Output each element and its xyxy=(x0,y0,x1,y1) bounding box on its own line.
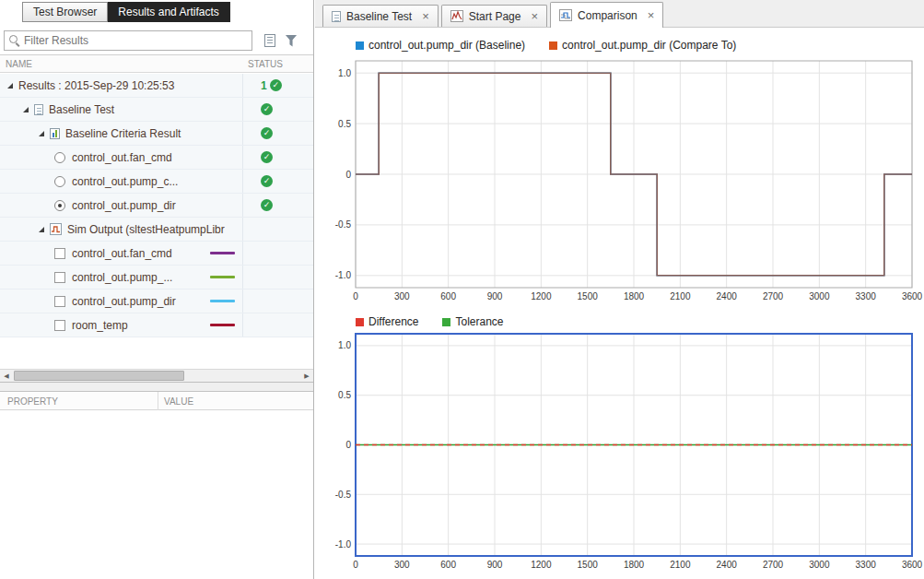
tree-row-name-cell: control_out.pump_dir xyxy=(0,194,242,217)
tree-row-name-cell: control_out.fan_cmd xyxy=(0,146,242,169)
tree-row-name-cell: room_temp xyxy=(0,313,242,337)
svg-text:3600: 3600 xyxy=(902,291,923,301)
scrollbar-thumb[interactable] xyxy=(14,371,184,381)
checkbox[interactable] xyxy=(54,320,65,331)
svg-text:2700: 2700 xyxy=(763,560,784,570)
radio-button[interactable] xyxy=(54,200,65,211)
tree-row[interactable]: Baseline Test✓ xyxy=(0,98,313,122)
svg-text:600: 600 xyxy=(440,291,456,301)
svg-text:0: 0 xyxy=(345,440,351,450)
tree-row[interactable]: control_out.pump_dir✓ xyxy=(0,194,313,218)
svg-text:0: 0 xyxy=(353,291,358,301)
tab-label: Start Page xyxy=(469,10,521,23)
svg-text:0: 0 xyxy=(353,560,358,570)
filter-results-input[interactable] xyxy=(20,34,251,47)
svg-text:1800: 1800 xyxy=(624,291,645,301)
scroll-right-icon[interactable]: ▶ xyxy=(300,370,313,382)
report-icon[interactable] xyxy=(262,32,278,49)
tree-row[interactable]: Results : 2015-Sep-29 10:25:531✓ xyxy=(0,74,313,98)
difference-chart[interactable]: 0300600900120015001800210024002700300033… xyxy=(315,325,924,579)
tab-test-browser[interactable]: Test Browser xyxy=(22,2,108,22)
svg-text:3300: 3300 xyxy=(856,291,877,301)
svg-text:2100: 2100 xyxy=(670,291,691,301)
filter-toolbar xyxy=(4,30,311,51)
tree-row-label: Results : 2015-Sep-29 10:25:53 xyxy=(18,79,174,92)
svg-text:900: 900 xyxy=(487,560,503,570)
tree-row-name-cell: control_out.pump_... xyxy=(0,266,242,289)
tree-row-label: Baseline Criteria Result xyxy=(65,127,181,140)
close-icon[interactable]: × xyxy=(531,9,538,23)
pass-icon: ✓ xyxy=(261,151,273,163)
tree-row[interactable]: control_out.fan_cmd✓ xyxy=(0,146,313,170)
results-tree-header: NAME STATUS xyxy=(0,55,313,73)
radio-button[interactable] xyxy=(54,176,65,187)
svg-text:-0.5: -0.5 xyxy=(335,219,352,230)
tab-comparison[interactable]: Comparison× xyxy=(550,2,663,28)
close-icon[interactable]: × xyxy=(422,9,429,23)
expander-icon[interactable] xyxy=(39,227,44,232)
tab-results-and-artifacts[interactable]: Results and Artifacts xyxy=(108,2,229,22)
tree-row[interactable]: room_temp xyxy=(0,313,313,337)
pass-icon: ✓ xyxy=(261,103,273,115)
checkbox[interactable] xyxy=(54,296,65,307)
pass-icon: ✓ xyxy=(261,127,273,139)
svg-text:2700: 2700 xyxy=(763,291,784,301)
results-tree: NAME STATUS Results : 2015-Sep-29 10:25:… xyxy=(0,54,313,383)
browser-tabs: Test BrowserResults and Artifacts xyxy=(22,2,230,22)
signal-color-swatch xyxy=(210,300,235,302)
tree-row-name-cell: control_out.pump_c... xyxy=(0,170,242,193)
tree-row-status-cell: ✓ xyxy=(242,194,313,217)
svg-text:3600: 3600 xyxy=(902,560,923,570)
tree-row[interactable]: control_out.pump_c...✓ xyxy=(0,170,313,194)
pass-icon: ✓ xyxy=(261,175,273,187)
tab-label: Baseline Test xyxy=(346,10,412,23)
tab-start-page[interactable]: Start Page× xyxy=(441,5,547,27)
svg-text:1200: 1200 xyxy=(531,291,552,301)
tree-row-status-cell xyxy=(242,313,313,337)
document-icon xyxy=(34,104,43,115)
signal-color-swatch xyxy=(210,324,235,326)
svg-text:3000: 3000 xyxy=(809,291,830,301)
tree-row[interactable]: control_out.pump_... xyxy=(0,266,313,290)
checkbox[interactable] xyxy=(54,272,65,283)
svg-text:1800: 1800 xyxy=(624,560,645,570)
document-icon xyxy=(332,11,341,22)
tab-baseline-test[interactable]: Baseline Test× xyxy=(322,5,439,27)
svg-text:-0.5: -0.5 xyxy=(335,490,352,500)
tree-row[interactable]: control_out.fan_cmd xyxy=(0,242,313,266)
svg-text:1200: 1200 xyxy=(531,560,552,570)
filter-results-box[interactable] xyxy=(4,30,252,51)
document-tabbar: Baseline Test×Start Page×Comparison× xyxy=(315,0,924,28)
tree-row-name-cell: control_out.fan_cmd xyxy=(0,242,242,265)
panel-splitter[interactable] xyxy=(0,383,313,391)
svg-text:900: 900 xyxy=(487,291,503,301)
tree-row[interactable]: Baseline Criteria Result✓ xyxy=(0,122,313,146)
tree-row[interactable]: Sim Output (sltestHeatpumpLibr xyxy=(0,218,313,242)
expander-icon[interactable] xyxy=(7,83,13,89)
tree-row-label: control_out.pump_dir xyxy=(72,295,176,308)
svg-text:2100: 2100 xyxy=(670,560,691,570)
svg-text:-1.0: -1.0 xyxy=(335,270,352,280)
signal-comparison-chart[interactable]: 0300600900120015001800210024002700300033… xyxy=(315,53,924,312)
legend-label: control_out.pump_dir (Compare To) xyxy=(562,39,736,52)
legend-label: control_out.pump_dir (Baseline) xyxy=(368,39,525,52)
scroll-left-icon[interactable]: ◀ xyxy=(0,370,13,382)
column-header-property: PROPERTY xyxy=(7,396,58,407)
filter-icon[interactable] xyxy=(283,32,299,49)
tree-row[interactable]: control_out.pump_dir xyxy=(0,290,313,313)
svg-text:300: 300 xyxy=(394,560,410,570)
legend-item: control_out.pump_dir (Compare To) xyxy=(549,39,736,52)
radio-button[interactable] xyxy=(54,152,65,163)
checkbox[interactable] xyxy=(54,248,65,259)
svg-text:0.5: 0.5 xyxy=(338,119,351,129)
expander-icon[interactable] xyxy=(39,131,44,136)
tree-row-status-cell: ✓ xyxy=(242,98,313,121)
horizontal-scrollbar[interactable]: ◀ ▶ xyxy=(0,369,313,382)
tree-row-status-cell: ✓ xyxy=(242,146,313,169)
close-icon[interactable]: × xyxy=(648,8,655,22)
expander-icon[interactable] xyxy=(23,107,29,112)
tree-row-name-cell: Baseline Test xyxy=(0,98,242,121)
svg-text:3000: 3000 xyxy=(809,560,830,570)
criteria-chart-icon xyxy=(50,128,60,139)
pass-icon: ✓ xyxy=(270,79,282,91)
